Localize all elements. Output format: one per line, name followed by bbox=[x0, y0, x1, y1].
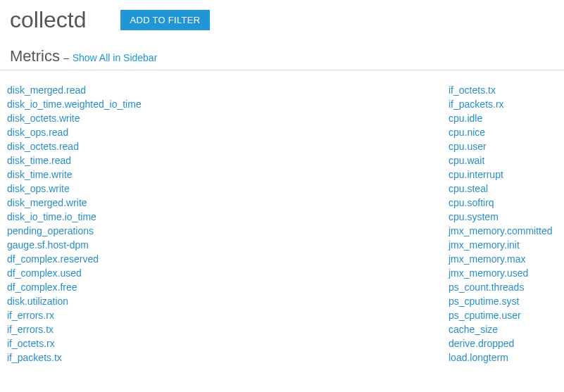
metric-link[interactable]: df_complex.reserved bbox=[7, 252, 449, 266]
metric-link[interactable]: ps_cputime.user bbox=[449, 308, 557, 322]
metric-link[interactable]: disk_time.write bbox=[7, 167, 449, 182]
metric-link[interactable]: cpu.system bbox=[449, 210, 557, 224]
metrics-column-right: if_octets.txif_packets.rxcpu.idlecpu.nic… bbox=[449, 83, 557, 365]
metric-link[interactable]: disk_ops.read bbox=[7, 125, 449, 139]
metrics-section-header: Metrics – Show All in Sidebar bbox=[0, 47, 564, 70]
metric-link[interactable]: if_packets.rx bbox=[449, 97, 557, 111]
metric-link[interactable]: if_octets.tx bbox=[449, 83, 557, 97]
section-title: Metrics bbox=[10, 47, 60, 65]
metrics-columns: disk_merged.readdisk_io_time.weighted_io… bbox=[0, 83, 564, 365]
metric-link[interactable]: disk_io_time.io_time bbox=[7, 210, 449, 224]
metric-link[interactable]: if_octets.rx bbox=[7, 336, 449, 350]
metric-link[interactable]: cpu.idle bbox=[449, 111, 557, 125]
metric-link[interactable]: jmx_memory.init bbox=[449, 238, 557, 252]
metric-link[interactable]: disk_io_time.weighted_io_time bbox=[7, 97, 449, 111]
metric-link[interactable]: jmx_memory.committed bbox=[449, 224, 557, 238]
metric-link[interactable]: disk_merged.write bbox=[7, 196, 449, 210]
metric-link[interactable]: derive.dropped bbox=[449, 336, 557, 350]
metric-link[interactable]: cpu.softirq bbox=[449, 196, 557, 210]
metric-link[interactable]: if_errors.tx bbox=[7, 322, 449, 336]
metric-link[interactable]: jmx_memory.used bbox=[449, 266, 557, 280]
page-title: collectd bbox=[10, 7, 87, 33]
add-to-filter-button[interactable]: ADD TO FILTER bbox=[120, 10, 211, 30]
metric-link[interactable]: df_complex.free bbox=[7, 280, 449, 294]
metric-link[interactable]: load.longterm bbox=[449, 350, 557, 365]
metric-link[interactable]: cpu.user bbox=[449, 139, 557, 153]
metric-link[interactable]: gauge.sf.host-dpm bbox=[7, 238, 449, 252]
section-dash: – bbox=[63, 52, 69, 63]
metric-link[interactable]: disk.utilization bbox=[7, 294, 449, 308]
metric-link[interactable]: disk_time.read bbox=[7, 153, 449, 167]
metric-link[interactable]: cpu.interrupt bbox=[449, 167, 557, 182]
metric-link[interactable]: disk_merged.read bbox=[7, 83, 449, 97]
metric-link[interactable]: ps_count.threads bbox=[449, 280, 557, 294]
metric-link[interactable]: df_complex.used bbox=[7, 266, 449, 280]
metric-link[interactable]: ps_cputime.syst bbox=[449, 294, 557, 308]
metric-link[interactable]: if_errors.rx bbox=[7, 308, 449, 322]
metric-link[interactable]: disk_octets.write bbox=[7, 111, 449, 125]
metric-link[interactable]: cpu.wait bbox=[449, 153, 557, 167]
metric-link[interactable]: if_packets.tx bbox=[7, 350, 449, 365]
metric-link[interactable]: disk_ops.write bbox=[7, 182, 449, 196]
metric-link[interactable]: cpu.steal bbox=[449, 182, 557, 196]
show-all-sidebar-link[interactable]: Show All in Sidebar bbox=[73, 52, 158, 63]
page-header: collectd ADD TO FILTER bbox=[0, 0, 564, 47]
metric-link[interactable]: disk_octets.read bbox=[7, 139, 449, 153]
metric-link[interactable]: jmx_memory.max bbox=[449, 252, 557, 266]
metric-link[interactable]: cpu.nice bbox=[449, 125, 557, 139]
metrics-column-left: disk_merged.readdisk_io_time.weighted_io… bbox=[7, 83, 449, 365]
metric-link[interactable]: pending_operations bbox=[7, 224, 449, 238]
metric-link[interactable]: cache_size bbox=[449, 322, 557, 336]
